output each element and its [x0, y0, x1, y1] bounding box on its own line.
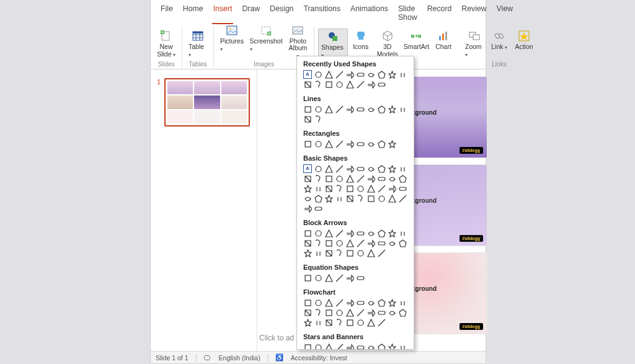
- shape-option[interactable]: [377, 318, 386, 327]
- shape-option[interactable]: [388, 308, 396, 317]
- shape-option[interactable]: [356, 140, 365, 148]
- shape-option[interactable]: [356, 229, 365, 237]
- menu-home[interactable]: Home: [182, 3, 205, 24]
- shape-option[interactable]: [324, 273, 333, 282]
- shape-option[interactable]: [335, 80, 344, 89]
- shape-option[interactable]: [398, 343, 407, 350]
- shape-option[interactable]: [335, 184, 344, 193]
- shape-option[interactable]: [356, 70, 365, 79]
- shape-option[interactable]: [345, 140, 354, 148]
- shape-option[interactable]: [356, 184, 365, 193]
- shape-option[interactable]: [303, 343, 312, 350]
- shape-option[interactable]: [324, 239, 333, 247]
- shape-option[interactable]: [388, 229, 396, 237]
- photo-album-button[interactable]: Photo Album: [286, 23, 310, 60]
- chart-button[interactable]: Chart: [432, 29, 455, 51]
- smartart-button[interactable]: SmartArt: [402, 29, 430, 51]
- shape-option[interactable]: [366, 80, 375, 89]
- shape-option[interactable]: [366, 174, 375, 183]
- shape-option[interactable]: [324, 105, 333, 113]
- shape-option[interactable]: [335, 273, 344, 282]
- shape-option[interactable]: [345, 194, 354, 203]
- shape-option[interactable]: [324, 298, 333, 307]
- shape-option[interactable]: [398, 105, 407, 113]
- shape-option[interactable]: [356, 249, 365, 257]
- shape-option[interactable]: [356, 308, 365, 317]
- shape-option[interactable]: [366, 105, 375, 113]
- shape-option[interactable]: [345, 105, 354, 113]
- shape-option[interactable]: [356, 105, 365, 113]
- menu-file[interactable]: File: [159, 3, 174, 24]
- shape-option[interactable]: [366, 70, 375, 79]
- shape-option[interactable]: [314, 164, 322, 173]
- shape-option[interactable]: [356, 298, 365, 307]
- shape-option[interactable]: [314, 194, 322, 203]
- shape-option[interactable]: [345, 298, 354, 307]
- shape-option[interactable]: [356, 343, 365, 350]
- shape-option[interactable]: [314, 174, 322, 183]
- menu-slide-show[interactable]: Slide Show: [397, 3, 419, 24]
- shape-option[interactable]: [335, 229, 344, 237]
- notes-placeholder[interactable]: Click to ad: [259, 334, 294, 342]
- shape-option[interactable]: [324, 164, 333, 173]
- shape-option[interactable]: [356, 194, 365, 203]
- shape-option[interactable]: [335, 239, 344, 247]
- shape-option[interactable]: [345, 70, 354, 79]
- shape-option[interactable]: [388, 164, 396, 173]
- shape-option[interactable]: [366, 318, 375, 327]
- shape-option[interactable]: [398, 239, 407, 247]
- menu-animations[interactable]: Animations: [349, 3, 389, 24]
- shape-option[interactable]: [377, 70, 386, 79]
- shape-option[interactable]: [324, 318, 333, 327]
- shape-option[interactable]: [366, 239, 375, 247]
- shape-option[interactable]: [324, 249, 333, 257]
- shape-option[interactable]: [303, 239, 312, 247]
- shape-option[interactable]: [345, 174, 354, 183]
- shape-option[interactable]: [366, 194, 375, 203]
- shape-option[interactable]: [366, 229, 375, 237]
- shape-option[interactable]: [324, 174, 333, 183]
- shape-option[interactable]: [388, 194, 396, 203]
- slide-thumbnail-pane[interactable]: 1: [151, 69, 257, 351]
- shape-option[interactable]: [345, 343, 354, 350]
- shape-option[interactable]: [388, 174, 396, 183]
- shape-option[interactable]: [377, 343, 386, 350]
- shape-option[interactable]: [324, 194, 333, 203]
- shape-option[interactable]: [335, 318, 344, 327]
- shape-option[interactable]: [335, 343, 344, 350]
- shape-option[interactable]: [398, 184, 407, 193]
- shape-option[interactable]: [398, 174, 407, 183]
- shape-option[interactable]: [377, 229, 386, 237]
- shape-option[interactable]: [314, 249, 322, 257]
- shape-option[interactable]: [366, 164, 375, 173]
- shape-option[interactable]: [345, 229, 354, 237]
- shape-option[interactable]: [303, 298, 312, 307]
- pictures-button[interactable]: Pictures: [218, 23, 246, 53]
- shape-option[interactable]: [314, 204, 322, 213]
- shape-option[interactable]: [356, 318, 365, 327]
- shape-option[interactable]: [388, 70, 396, 79]
- shape-option[interactable]: [303, 80, 312, 89]
- shape-option[interactable]: [314, 229, 322, 237]
- shape-option[interactable]: [335, 194, 344, 203]
- shape-option[interactable]: [388, 343, 396, 350]
- shape-option[interactable]: [314, 273, 322, 282]
- shape-option[interactable]: [366, 343, 375, 350]
- shape-option[interactable]: [345, 184, 354, 193]
- shape-option[interactable]: [366, 249, 375, 257]
- shape-option[interactable]: [303, 204, 312, 213]
- shape-option[interactable]: [388, 239, 396, 247]
- zoom-button[interactable]: Zoom: [463, 29, 486, 59]
- shape-option[interactable]: [345, 80, 354, 89]
- shape-option[interactable]: [345, 318, 354, 327]
- shape-option[interactable]: [398, 70, 407, 79]
- shape-option[interactable]: [324, 140, 333, 148]
- shape-option[interactable]: [314, 105, 322, 113]
- link-button[interactable]: Link: [487, 29, 511, 51]
- shape-option[interactable]: A: [303, 70, 312, 79]
- shape-option[interactable]: [377, 184, 386, 193]
- action-button[interactable]: Action: [512, 29, 536, 51]
- shape-option[interactable]: [398, 229, 407, 237]
- shape-option[interactable]: [303, 273, 312, 282]
- shape-option[interactable]: [356, 164, 365, 173]
